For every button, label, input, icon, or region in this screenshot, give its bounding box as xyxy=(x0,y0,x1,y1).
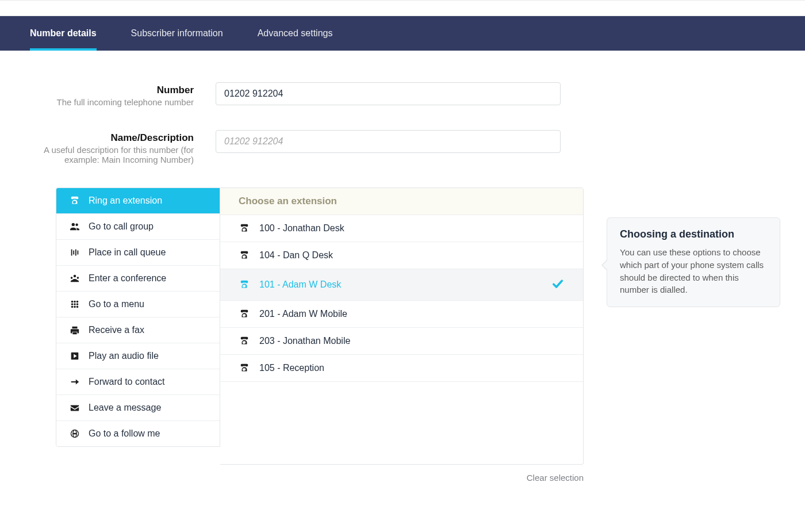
extension-header: Choose an extension xyxy=(220,188,583,215)
globe-icon xyxy=(69,428,80,439)
number-label: Number xyxy=(26,85,194,96)
tab-number-details[interactable]: Number details xyxy=(30,16,97,51)
phone-icon xyxy=(239,308,250,320)
extension-row[interactable]: 104 - Dan Q Desk xyxy=(220,242,583,269)
tab-advanced-settings[interactable]: Advanced settings xyxy=(258,16,333,51)
destination-label: Go to a follow me xyxy=(89,428,160,439)
destination-label: Leave a message xyxy=(89,403,161,413)
envelope-icon xyxy=(69,402,80,414)
tooltip-title: Choosing a destination xyxy=(620,228,767,240)
destination-label: Enter a conference xyxy=(89,273,166,284)
phone-icon xyxy=(239,279,250,290)
conference-icon xyxy=(69,273,80,284)
destination-globe[interactable]: Go to a follow me xyxy=(56,421,220,446)
top-spacer xyxy=(0,0,805,16)
extension-label: 201 - Adam W Mobile xyxy=(259,309,347,319)
queue-icon xyxy=(69,247,80,258)
group-icon xyxy=(69,221,80,232)
destination-group[interactable]: Go to call group xyxy=(56,214,220,240)
grid-icon xyxy=(69,298,80,310)
destination-fax[interactable]: Receive a fax xyxy=(56,317,220,343)
fax-icon xyxy=(69,324,80,336)
destination-phone[interactable]: Ring an extension xyxy=(56,188,220,214)
extension-label: 203 - Jonathan Mobile xyxy=(259,336,350,346)
destination-label: Receive a fax xyxy=(89,325,144,335)
field-name: Name/Description A useful description fo… xyxy=(26,130,779,164)
clear-selection-link[interactable]: Clear selection xyxy=(527,473,584,483)
destination-label: Place in call queue xyxy=(89,247,166,258)
extension-label: 104 - Dan Q Desk xyxy=(259,250,333,261)
destination-label: Ring an extension xyxy=(89,196,162,206)
extension-row[interactable]: 100 - Jonathan Desk xyxy=(220,215,583,242)
tab-subscriber-information[interactable]: Subscriber information xyxy=(131,16,223,51)
extension-row[interactable]: 203 - Jonathan Mobile xyxy=(220,328,583,355)
destination-arrow-right[interactable]: Forward to contact xyxy=(56,369,220,395)
destination-play[interactable]: Play an audio file xyxy=(56,343,220,369)
check-icon xyxy=(551,277,565,293)
number-help: The full incoming telephone number xyxy=(26,97,194,107)
extension-row[interactable]: 101 - Adam W Desk xyxy=(220,269,583,301)
destination-queue[interactable]: Place in call queue xyxy=(56,240,220,266)
arrow-right-icon xyxy=(69,376,80,388)
destination-label: Go to call group xyxy=(89,221,154,232)
extension-label: 105 - Reception xyxy=(259,363,324,373)
name-help: A useful description for this number (fo… xyxy=(26,145,194,164)
destination-grid[interactable]: Go to a menu xyxy=(56,292,220,317)
destination-label: Go to a menu xyxy=(89,299,144,309)
phone-icon xyxy=(239,335,250,347)
name-label: Name/Description xyxy=(26,132,194,144)
phone-icon xyxy=(239,250,250,261)
destination-label: Play an audio file xyxy=(89,351,159,361)
phone-icon xyxy=(239,223,250,234)
help-tooltip: Choosing a destination You can use these… xyxy=(607,217,780,307)
destination-label: Forward to contact xyxy=(89,377,165,387)
play-icon xyxy=(69,350,80,362)
phone-icon xyxy=(69,195,80,206)
extension-row[interactable]: 105 - Reception xyxy=(220,355,583,382)
extension-label: 101 - Adam W Desk xyxy=(259,280,341,290)
destination-type-list: Ring an extensionGo to call groupPlace i… xyxy=(56,187,220,447)
destination-conference[interactable]: Enter a conference xyxy=(56,266,220,292)
extension-row[interactable]: 201 - Adam W Mobile xyxy=(220,301,583,328)
field-number: Number The full incoming telephone numbe… xyxy=(26,82,779,107)
destination-envelope[interactable]: Leave a message xyxy=(56,395,220,421)
tab-nav: Number detailsSubscriber informationAdva… xyxy=(0,16,805,51)
extension-label: 100 - Jonathan Desk xyxy=(259,223,344,234)
name-input[interactable] xyxy=(216,130,561,153)
number-input[interactable] xyxy=(216,82,561,105)
extension-panel: Choose an extension 100 - Jonathan Desk1… xyxy=(220,187,584,465)
tooltip-body: You can use these options to choose whic… xyxy=(620,246,767,296)
phone-icon xyxy=(239,362,250,374)
